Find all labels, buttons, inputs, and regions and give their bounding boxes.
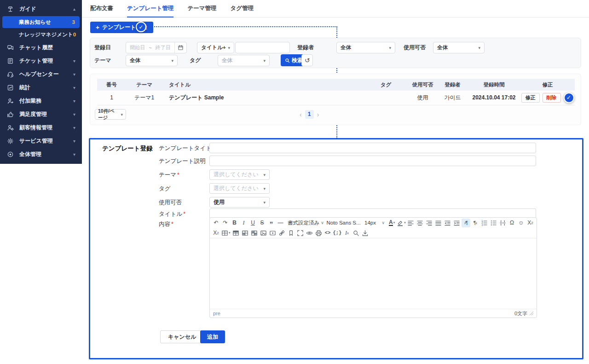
modal-tag-select[interactable]: 選択してください ▾: [209, 183, 270, 194]
font-color-button[interactable]: A▾: [387, 219, 396, 227]
cancel-button[interactable]: キャンセル: [160, 330, 204, 343]
outdent-button[interactable]: [443, 219, 452, 227]
template-table: 番号 テーマ タイトル タグ 使用可否 登録者 登録時間 修正 1 テーマ1 テ…: [97, 79, 575, 105]
modal-theme-select[interactable]: 選択してください ▾: [209, 169, 270, 180]
bookmark-button[interactable]: [287, 229, 295, 237]
tag-select[interactable]: 全体 ▾: [218, 55, 270, 66]
sidebar-subitem[interactable]: ナレッジマネジメント0: [2, 29, 80, 40]
sidebar-item-satisfaction[interactable]: 満足度管理▾: [0, 108, 82, 121]
indent-button[interactable]: [452, 219, 461, 227]
template-desc-input[interactable]: [209, 156, 536, 166]
next-page-button[interactable]: ›: [317, 110, 319, 119]
video-button[interactable]: [268, 229, 277, 237]
table-row[interactable]: 1 テーマ1 テンプレート Sample 使用 가이드 2024.10.04 1…: [97, 91, 575, 105]
format-select[interactable]: 書式設定済み∨: [285, 219, 323, 227]
sidebar-item-ticket[interactable]: チケット管理▾: [0, 54, 82, 68]
editor-char-count: 0文字: [514, 310, 527, 317]
download-button[interactable]: [361, 229, 370, 237]
prev-page-button[interactable]: ‹: [300, 110, 302, 119]
table-button[interactable]: ▾: [221, 229, 231, 237]
sidebar-item-chat[interactable]: チャット履歴: [0, 41, 82, 54]
sidebar-subitem[interactable]: 業務お知らせ3: [2, 16, 80, 28]
redo-button[interactable]: ↷: [221, 219, 230, 227]
current-page[interactable]: 1: [305, 110, 314, 119]
redo-icon: ↷: [223, 220, 227, 226]
italic-button[interactable]: I: [239, 219, 248, 227]
unordered-list-button[interactable]: [489, 219, 498, 227]
tab-0[interactable]: 配布文書: [90, 0, 113, 17]
col-tag: タグ: [364, 79, 408, 91]
ordered-list-button[interactable]: 123: [480, 219, 489, 227]
link-button[interactable]: [277, 229, 286, 237]
table-properties-button[interactable]: [250, 229, 259, 237]
sidebar-item-service[interactable]: サービス管理▾: [0, 134, 82, 148]
sidebar-item-addon[interactable]: 付加業務▾: [0, 94, 82, 108]
size-select[interactable]: 14px∨: [362, 219, 387, 227]
paragraph-ltr-button[interactable]: ›¶: [462, 219, 470, 227]
font-select[interactable]: Noto Sans S...∨: [324, 219, 362, 227]
select-placeholder: 選択してください: [214, 185, 259, 192]
horizontal-rule-button[interactable]: —: [276, 219, 285, 227]
delete-button[interactable]: 削除: [543, 93, 561, 103]
special-character-button[interactable]: Ω: [508, 219, 516, 227]
line-break-button[interactable]: [498, 219, 507, 227]
chevron-down-icon: ▾: [121, 112, 123, 117]
modal-availability-select[interactable]: 使用 ▾: [209, 197, 270, 208]
table-header-button[interactable]: [231, 229, 240, 237]
align-justify-button[interactable]: [434, 219, 443, 227]
tab-2[interactable]: テーマ管理: [187, 0, 216, 17]
sidebar-item-global[interactable]: 全体管理▾: [0, 148, 82, 161]
superscript-button[interactable]: X2: [212, 229, 220, 237]
tab-1[interactable]: テンプレート管理: [127, 0, 173, 17]
italic-icon: I: [243, 220, 245, 226]
undo-button[interactable]: ↶: [212, 219, 220, 227]
editor-content-area[interactable]: [210, 238, 537, 309]
emoticon-button[interactable]: ☺: [517, 219, 525, 227]
chevron-down-icon: ▾: [478, 46, 480, 50]
table-cell-icon: [242, 230, 248, 237]
paragraph-rtl-button[interactable]: ¶‹: [471, 219, 479, 227]
indent-icon: [453, 220, 460, 226]
submit-button[interactable]: 追加: [200, 330, 225, 343]
sidebar-item-stats[interactable]: 統計▾: [0, 81, 82, 94]
blockquote-icon: ”: [270, 221, 273, 224]
print-button[interactable]: [314, 229, 323, 237]
align-left-button[interactable]: [406, 219, 415, 227]
registrant-select[interactable]: 全体 ▾: [336, 42, 395, 53]
refresh-button[interactable]: ↺: [301, 54, 313, 66]
underline-button[interactable]: U: [248, 219, 257, 227]
template-title-input[interactable]: [209, 143, 536, 153]
search-button[interactable]: [352, 229, 360, 237]
search-type-select[interactable]: タイトル+内容 ▾: [197, 42, 234, 53]
align-right-button[interactable]: [425, 219, 433, 227]
image-button[interactable]: [259, 229, 268, 237]
preview-button[interactable]: [305, 229, 314, 237]
date-range-input[interactable]: 開始日 ~ 終了日: [126, 42, 187, 53]
code-view-button[interactable]: <>: [323, 229, 332, 237]
col-edit: 修正: [520, 79, 575, 91]
code-block-button[interactable]: {;}: [333, 229, 342, 237]
table-cell-button[interactable]: [241, 229, 249, 237]
remove-format-button[interactable]: Ix: [342, 229, 351, 237]
tab-3[interactable]: タグ管理: [231, 0, 254, 17]
blockquote-button[interactable]: ”: [267, 219, 276, 227]
keyword-input[interactable]: [235, 42, 290, 53]
editor-status-bar: pre 0文字: [210, 309, 537, 318]
sidebar-item-customer[interactable]: 顧客情報管理▾: [0, 121, 82, 134]
tag-value: 全体: [222, 57, 232, 64]
calendar-icon[interactable]: [174, 42, 186, 53]
bold-button[interactable]: B: [230, 219, 239, 227]
edit-button[interactable]: 修正: [521, 93, 540, 103]
subscript-button[interactable]: X2: [526, 219, 535, 227]
strikethrough-button[interactable]: S: [258, 219, 266, 227]
sidebar-item-guide[interactable]: ガイド▴: [0, 2, 82, 16]
align-center-button[interactable]: [416, 219, 424, 227]
theme-select[interactable]: 全体 ▾: [126, 55, 178, 66]
availability-select[interactable]: 全体 ▾: [433, 42, 485, 53]
sidebar-item-helpcenter[interactable]: ヘルプセンター▾: [0, 68, 82, 81]
subscript-icon: X2: [527, 220, 533, 226]
fullscreen-button[interactable]: [296, 229, 305, 237]
highlight-color-button[interactable]: ▾: [397, 219, 406, 227]
page-size-select[interactable]: 10件/ページ ▾: [95, 109, 126, 120]
resize-grip-icon[interactable]: [530, 312, 533, 315]
